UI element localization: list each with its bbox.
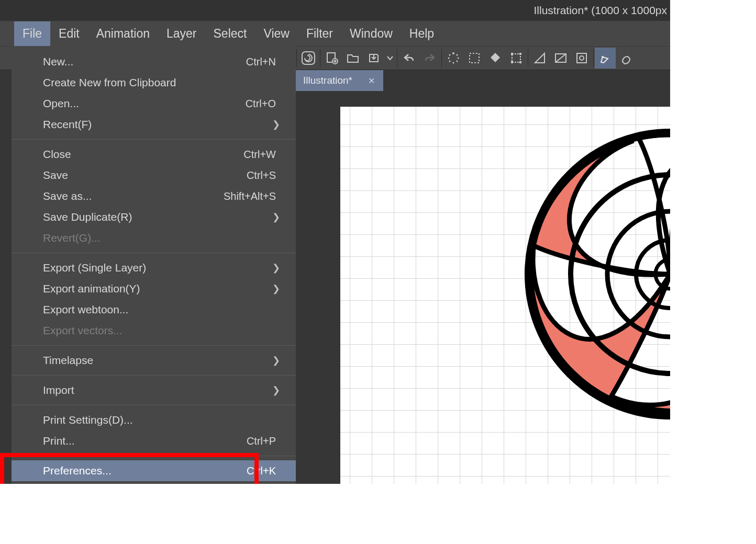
menuitem-label: Timelapse [43, 354, 284, 367]
menu-window[interactable]: Window [341, 21, 401, 46]
menuitem-privacy-settings[interactable]: Privacy Settings... [43, 481, 284, 484]
menuitem-label: Revert(G)... [43, 232, 284, 244]
document-tab[interactable]: Illustration* ✕ [295, 70, 383, 91]
new-doc-icon[interactable] [321, 48, 342, 69]
app-window: Illustration* (1000 x 1000px FileEditAni… [0, 0, 670, 484]
svg-point-20 [602, 56, 604, 58]
menuitem-label: Save Duplicate(R) [43, 211, 284, 223]
paint-icon[interactable] [616, 48, 637, 69]
menu-separator [12, 375, 296, 376]
file-menu-dropdown: New...Ctrl+NCreate New from ClipboardOpe… [12, 46, 296, 484]
pen-icon[interactable] [595, 48, 616, 69]
menuitem-export-webtoon[interactable]: Export webtoon... [43, 299, 284, 320]
svg-rect-18 [577, 53, 586, 63]
redo-icon[interactable] [419, 48, 440, 69]
chevron-right-icon: ❯ [272, 119, 280, 130]
brush-icon[interactable] [485, 48, 506, 69]
menu-select[interactable]: Select [205, 21, 255, 46]
menuitem-shortcut: Ctrl+P [247, 435, 284, 447]
menuitem-label: Print Settings(D)... [43, 414, 284, 426]
menuitem-label: Open... [43, 97, 246, 110]
marquee-dots-icon[interactable] [464, 48, 485, 69]
loading-dots-icon[interactable] [443, 48, 464, 69]
document-tab-label: Illustration* [303, 75, 352, 86]
close-icon[interactable]: ✕ [368, 76, 375, 86]
chevron-down-icon[interactable] [384, 48, 396, 69]
svg-point-8 [449, 61, 451, 62]
menuitem-label: Export animation(Y) [43, 282, 284, 295]
svg-rect-13 [511, 53, 513, 55]
menuitem-label: Print... [43, 435, 247, 447]
menuitem-save-duplicate-r[interactable]: Save Duplicate(R)❯ [43, 207, 284, 228]
save-icon[interactable] [363, 48, 384, 69]
menuitem-export-vectors: Export vectors... [43, 320, 284, 341]
svg-point-19 [580, 56, 584, 60]
menuitem-recent-f[interactable]: Recent(F)❯ [43, 114, 284, 135]
canvas[interactable] [340, 107, 670, 484]
menuitem-shortcut: Ctrl+K [247, 465, 284, 477]
menu-filter[interactable]: Filter [298, 21, 341, 46]
svg-rect-14 [519, 53, 521, 55]
menuitem-label: Save as... [43, 190, 224, 202]
svg-point-10 [449, 54, 451, 56]
svg-rect-16 [519, 61, 521, 63]
titlebar: Illustration* (1000 x 1000px [0, 0, 670, 21]
crop-icon[interactable] [506, 48, 527, 69]
undo-icon[interactable] [398, 48, 419, 69]
chevron-right-icon: ❯ [272, 211, 280, 223]
menuitem-export-single-layer[interactable]: Export (Single Layer)❯ [43, 257, 284, 278]
svg-rect-11 [470, 53, 479, 63]
chevron-right-icon: ❯ [272, 384, 280, 396]
menuitem-close[interactable]: CloseCtrl+W [43, 144, 284, 165]
wand-icon[interactable] [571, 48, 592, 69]
menuitem-label: Export vectors... [43, 324, 284, 337]
window-title: Illustration* (1000 x 1000px [534, 4, 668, 17]
menu-separator [12, 405, 296, 405]
menuitem-timelapse[interactable]: Timelapse❯ [43, 350, 284, 371]
triangle-icon[interactable] [529, 48, 550, 69]
menuitem-shortcut: Ctrl+S [247, 169, 284, 182]
svg-point-9 [448, 58, 450, 59]
menu-separator [12, 253, 296, 253]
open-folder-icon[interactable] [342, 48, 363, 69]
menu-help[interactable]: Help [401, 21, 442, 46]
mask-icon[interactable] [550, 48, 571, 69]
chevron-right-icon: ❯ [272, 355, 280, 366]
rose-illustration [503, 122, 670, 484]
menuitem-label: Create New from Clipboard [43, 76, 284, 89]
svg-rect-12 [512, 54, 520, 62]
menuitem-save[interactable]: SaveCtrl+S [43, 165, 284, 186]
chevron-right-icon: ❯ [272, 283, 280, 294]
menu-file[interactable]: File [14, 21, 50, 46]
svg-point-6 [457, 61, 458, 62]
spiral-icon[interactable] [298, 48, 319, 69]
svg-point-4 [457, 54, 458, 56]
menu-view[interactable]: View [255, 21, 297, 46]
menuitem-label: Preferences... [43, 464, 247, 477]
menu-edit[interactable]: Edit [50, 21, 88, 46]
menu-layer[interactable]: Layer [158, 21, 205, 46]
menuitem-save-as[interactable]: Save as...Shift+Alt+S [43, 186, 284, 207]
menuitem-export-animation-y[interactable]: Export animation(Y)❯ [43, 278, 284, 299]
svg-rect-15 [511, 61, 513, 63]
menubar: FileEditAnimationLayerSelectViewFilterWi… [0, 21, 670, 46]
svg-point-3 [452, 52, 454, 54]
menuitem-shortcut: Ctrl+O [246, 98, 284, 110]
menuitem-label: New... [43, 55, 246, 68]
menuitem-preferences[interactable]: Preferences...Ctrl+K [12, 460, 296, 481]
menuitem-label: Export webtoon... [43, 303, 284, 316]
menuitem-print-settings-d[interactable]: Print Settings(D)... [43, 410, 284, 430]
menuitem-create-new-from-clipboard[interactable]: Create New from Clipboard [43, 72, 284, 93]
menu-separator [12, 139, 296, 140]
svg-rect-0 [302, 52, 315, 64]
menuitem-shortcut: Ctrl+N [246, 56, 284, 68]
menu-animation[interactable]: Animation [88, 21, 158, 46]
menuitem-open[interactable]: Open...Ctrl+O [43, 93, 284, 114]
menuitem-import[interactable]: Import❯ [43, 380, 284, 401]
menuitem-print[interactable]: Print...Ctrl+P [43, 430, 284, 451]
menu-separator [12, 345, 296, 346]
menuitem-label: Save [43, 169, 247, 182]
menuitem-new[interactable]: New...Ctrl+N [43, 51, 284, 72]
menu-separator [12, 456, 296, 456]
menuitem-label: Close [43, 148, 243, 161]
